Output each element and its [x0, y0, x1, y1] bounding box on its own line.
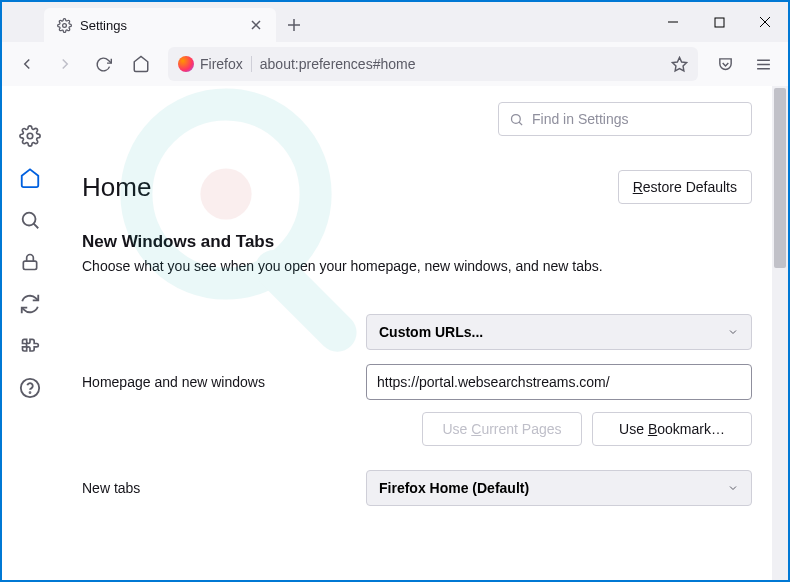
app-menu-button[interactable]	[746, 47, 780, 81]
section-description: Choose what you see when you open your h…	[82, 258, 752, 274]
home-button[interactable]	[124, 47, 158, 81]
window-close-button[interactable]	[742, 2, 788, 42]
url-bar[interactable]: Firefox about:preferences#home	[168, 47, 698, 81]
identity-label: Firefox	[200, 56, 243, 72]
back-button[interactable]	[10, 47, 44, 81]
svg-point-0	[62, 23, 66, 27]
use-current-pages-button[interactable]: Use Current Pages	[422, 412, 582, 446]
search-placeholder: Find in Settings	[532, 111, 629, 127]
scrollbar[interactable]	[772, 86, 788, 580]
homepage-mode-value: Custom URLs...	[379, 324, 483, 340]
settings-sidebar	[2, 86, 58, 580]
settings-search[interactable]: Find in Settings	[498, 102, 752, 136]
firefox-window: Settings Firefox about:preferences#home	[2, 2, 788, 580]
reload-button[interactable]	[86, 47, 120, 81]
svg-point-4	[23, 213, 36, 226]
watermark-text: PCrisk	[464, 562, 788, 580]
content-area: PCrisk Find in Settings Home Restore Def…	[2, 86, 788, 580]
svg-point-11	[512, 114, 521, 123]
sidebar-item-extensions[interactable]	[18, 334, 42, 358]
nav-toolbar: Firefox about:preferences#home	[2, 42, 788, 86]
sidebar-item-search[interactable]	[18, 208, 42, 232]
sidebar-item-home[interactable]	[18, 166, 42, 190]
identity-chip[interactable]: Firefox	[178, 56, 252, 72]
sidebar-item-help[interactable]	[18, 376, 42, 400]
svg-rect-5	[23, 261, 36, 269]
close-tab-button[interactable]	[248, 17, 264, 33]
new-tab-button[interactable]	[276, 8, 312, 42]
firefox-icon	[178, 56, 194, 72]
newtabs-mode-select[interactable]: Firefox Home (Default)	[366, 470, 752, 506]
homepage-label-text: Homepage and new windows	[82, 374, 366, 390]
newtabs-label: New tabs	[82, 480, 366, 496]
homepage-mode-select[interactable]: Custom URLs...	[366, 314, 752, 350]
svg-point-3	[27, 133, 33, 139]
svg-point-6	[21, 379, 39, 397]
svg-marker-2	[672, 57, 686, 70]
search-icon	[509, 112, 524, 127]
homepage-url-input[interactable]: https://portal.websearchstreams.com/	[366, 364, 752, 400]
sidebar-item-privacy[interactable]	[18, 250, 42, 274]
pocket-button[interactable]	[708, 47, 742, 81]
window-minimize-button[interactable]	[650, 2, 696, 42]
url-text: about:preferences#home	[260, 56, 663, 72]
settings-main: PCrisk Find in Settings Home Restore Def…	[58, 86, 788, 580]
bookmark-star-button[interactable]	[671, 56, 688, 73]
scrollbar-thumb[interactable]	[774, 88, 786, 268]
newtabs-mode-value: Firefox Home (Default)	[379, 480, 529, 496]
chevron-down-icon	[727, 326, 739, 338]
svg-point-7	[30, 392, 31, 393]
restore-defaults-button[interactable]: Restore Defaults	[618, 170, 752, 204]
tab-title: Settings	[80, 18, 240, 33]
forward-button[interactable]	[48, 47, 82, 81]
window-maximize-button[interactable]	[696, 2, 742, 42]
use-bookmark-button[interactable]: Use Bookmark…	[592, 412, 752, 446]
svg-rect-1	[715, 18, 724, 27]
section-title: New Windows and Tabs	[82, 232, 752, 252]
gear-icon	[56, 17, 72, 33]
browser-tab[interactable]: Settings	[44, 8, 276, 42]
titlebar: Settings	[2, 2, 788, 42]
sidebar-item-sync[interactable]	[18, 292, 42, 316]
sidebar-item-general[interactable]	[18, 124, 42, 148]
chevron-down-icon	[727, 482, 739, 494]
page-title: Home	[82, 172, 151, 203]
